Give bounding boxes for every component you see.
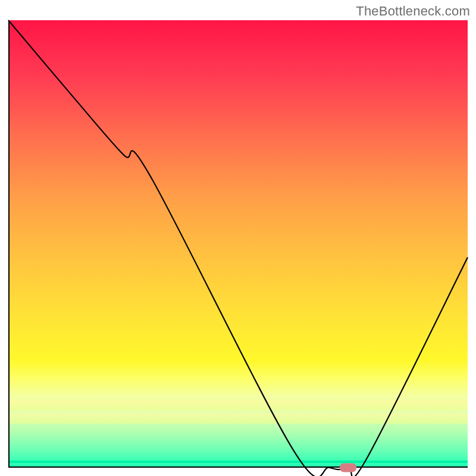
- plot-area: [8, 20, 468, 468]
- curve-svg: [8, 20, 468, 468]
- watermark-text: TheBottleneck.com: [356, 4, 470, 19]
- marker-dot: [340, 464, 356, 472]
- curve-path: [8, 20, 468, 476]
- chart-container: TheBottleneck.com: [0, 0, 476, 476]
